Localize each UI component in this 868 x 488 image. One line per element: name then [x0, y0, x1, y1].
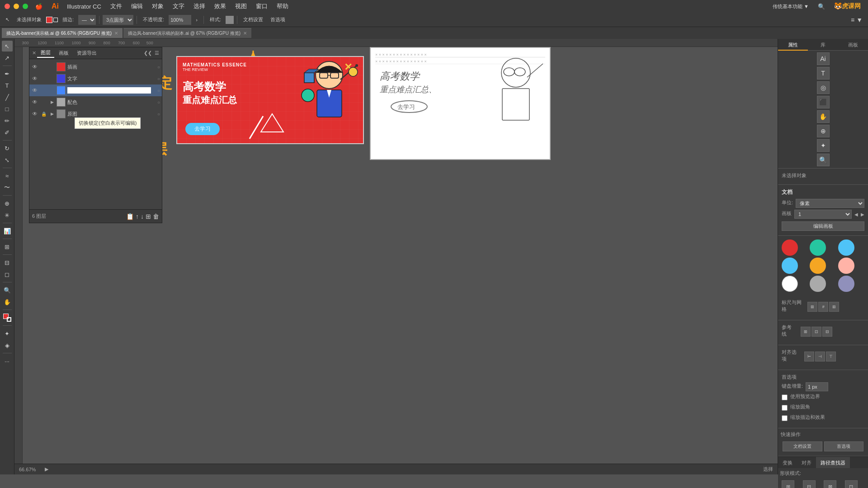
- search-btn[interactable]: 🔍: [814, 2, 829, 11]
- color-swatch-peach[interactable]: [838, 258, 854, 274]
- rp-tool-6[interactable]: ⊕: [817, 125, 830, 137]
- preferences-btn[interactable]: 首选项: [268, 15, 288, 24]
- scale-icon-2[interactable]: #: [818, 302, 828, 312]
- color-swatch-red[interactable]: [782, 239, 798, 256]
- menu-help[interactable]: 帮助: [273, 1, 292, 11]
- layer-visibility-text[interactable]: 👁: [31, 75, 38, 82]
- delete-layer-btn[interactable]: 🗑: [153, 213, 159, 220]
- zoom-level[interactable]: 66.67%: [19, 467, 36, 472]
- menu-edit[interactable]: 编辑: [127, 1, 146, 11]
- rpanel-unit-select[interactable]: 像素: [796, 199, 864, 208]
- rp-tool-4[interactable]: ⬛: [817, 96, 830, 108]
- shape-select[interactable]: 3点圆形: [103, 15, 133, 25]
- align-right-icon[interactable]: ⊤: [826, 352, 836, 361]
- symbol-tool[interactable]: ✳: [2, 210, 13, 221]
- guide-icon-3[interactable]: ⊟: [822, 327, 832, 337]
- tab-main[interactable]: 插边风-banner演示稿.ai @ 66.67% (RGB/GPU 推览) ✕: [2, 28, 123, 38]
- color-swatch-lightblue[interactable]: [838, 239, 854, 256]
- tab-copy-close[interactable]: ✕: [243, 31, 247, 36]
- rp-tool-1[interactable]: Ai: [817, 52, 830, 65]
- align-left-icon[interactable]: ⊢: [804, 352, 814, 361]
- br-tab-pathfinder[interactable]: 路径查找器: [816, 457, 850, 468]
- paintbrush-tool[interactable]: ✏: [2, 115, 13, 126]
- appearance-tool[interactable]: ◈: [2, 340, 13, 351]
- menu-select[interactable]: 选择: [190, 1, 209, 11]
- br-tab-align[interactable]: 对齐: [797, 457, 816, 468]
- arrange-icons[interactable]: ≡ ▼: [848, 15, 865, 24]
- rpanel-artboard-prev[interactable]: ◀: [854, 212, 858, 217]
- layer-visibility-illustration[interactable]: 👁: [31, 63, 38, 70]
- shape-tool[interactable]: □: [2, 103, 13, 114]
- pf-minus-front[interactable]: ⊟: [803, 480, 816, 488]
- menu-text[interactable]: 文字: [169, 1, 188, 11]
- layer-lock-palette[interactable]: [40, 99, 47, 106]
- pencil-tool[interactable]: ✐: [2, 127, 13, 138]
- rpanel-kbd-input[interactable]: [806, 382, 828, 391]
- new-layer-btn[interactable]: 📋: [126, 213, 134, 220]
- layer-row-original[interactable]: 👁 🔒 ▶ 原图 ○: [29, 108, 162, 120]
- menu-illustrator-cc[interactable]: Illustrator CC: [63, 2, 105, 11]
- layer-expand-editing[interactable]: [49, 88, 55, 93]
- workspace-selector[interactable]: 传统基本功能 ▼: [769, 2, 812, 11]
- layer-visibility-palette[interactable]: 👁: [31, 99, 38, 106]
- opacity-arrow[interactable]: ›: [193, 16, 200, 23]
- selection-tool-btn[interactable]: ↖: [3, 16, 12, 23]
- opacity-input[interactable]: [169, 15, 191, 25]
- traffic-light-yellow[interactable]: [14, 4, 19, 9]
- menu-file[interactable]: 文件: [107, 1, 126, 11]
- color-swatch-gray[interactable]: [810, 276, 826, 292]
- rp-tool-5[interactable]: ✋: [817, 110, 830, 123]
- menu-view[interactable]: 视图: [231, 1, 250, 11]
- more-tools[interactable]: ···: [2, 356, 13, 366]
- move-layer-up-btn[interactable]: ↑: [136, 213, 139, 220]
- pf-exclude[interactable]: ⊡: [845, 480, 858, 488]
- tab-main-close[interactable]: ✕: [114, 31, 118, 36]
- quick-op-prefs[interactable]: 首选项: [824, 441, 864, 451]
- rp-tool-3[interactable]: ◎: [817, 81, 830, 94]
- move-layer-down-btn[interactable]: ↓: [141, 213, 144, 220]
- image-effects-tool[interactable]: ✦: [2, 328, 13, 339]
- layer-lock-editing[interactable]: [40, 87, 47, 94]
- banner-goto-btn[interactable]: 去学习: [185, 123, 220, 135]
- zoom-tool[interactable]: 🔍: [2, 285, 13, 296]
- hand-tool[interactable]: ✋: [2, 296, 13, 307]
- blend-tool[interactable]: ⊕: [2, 198, 13, 209]
- guide-icon-1[interactable]: ⊞: [801, 327, 811, 337]
- layer-row-editing[interactable]: 👁 ○: [29, 84, 162, 96]
- layer-expand-illustration[interactable]: [49, 64, 55, 70]
- stroke-color-box[interactable]: [46, 17, 52, 23]
- rpanel-tab-artboard[interactable]: 画板: [838, 39, 868, 51]
- rpanel-tab-library[interactable]: 库: [808, 39, 838, 51]
- scale-icon-1[interactable]: ⊞: [807, 302, 817, 312]
- rpanel-artboard-next[interactable]: ▶: [861, 212, 864, 217]
- rpanel-round-checkbox[interactable]: [782, 405, 788, 411]
- br-tab-transform[interactable]: 变换: [778, 457, 797, 468]
- layers-tab[interactable]: 图层: [37, 48, 54, 58]
- direct-selection-tool[interactable]: ↗: [2, 52, 13, 63]
- layers-panel-close[interactable]: ✕: [32, 50, 36, 56]
- fill-color-tool[interactable]: [2, 312, 13, 323]
- layer-row-illustration[interactable]: 👁 插画 ○: [29, 61, 162, 73]
- text-tool[interactable]: T: [2, 80, 13, 91]
- layers-menu-btn[interactable]: ☰: [155, 50, 159, 56]
- rpanel-tab-properties[interactable]: 属性: [778, 39, 808, 51]
- layer-expand-text[interactable]: [49, 76, 55, 81]
- layer-name-input[interactable]: [67, 87, 151, 94]
- color-swatch-cyan[interactable]: [782, 258, 798, 274]
- width-tool[interactable]: ≈: [2, 170, 13, 181]
- menu-window[interactable]: 窗口: [252, 1, 271, 11]
- tab-copy[interactable]: 插边风-banner演示稿的副本.ai @ 67% (RGB/GPU 推览) ✕: [123, 28, 251, 38]
- selection-tool[interactable]: ↖: [2, 41, 13, 52]
- color-swatch-orange[interactable]: [810, 258, 826, 274]
- pf-unite[interactable]: ⊞: [782, 480, 794, 488]
- color-swatch-teal[interactable]: [810, 239, 826, 256]
- color-swatch-purple[interactable]: [838, 276, 854, 292]
- layers-collapse-btn[interactable]: ❮❮: [144, 50, 152, 56]
- rp-tool-2[interactable]: T: [817, 67, 830, 80]
- traffic-light-green[interactable]: [23, 4, 28, 9]
- layer-row-text[interactable]: 👁 文字 ○: [29, 73, 162, 84]
- rp-tool-8[interactable]: 🔍: [817, 154, 830, 166]
- align-center-icon[interactable]: ⊣: [815, 352, 825, 361]
- rp-tool-7[interactable]: ✦: [817, 139, 830, 152]
- eraser-tool[interactable]: ◻: [2, 269, 13, 280]
